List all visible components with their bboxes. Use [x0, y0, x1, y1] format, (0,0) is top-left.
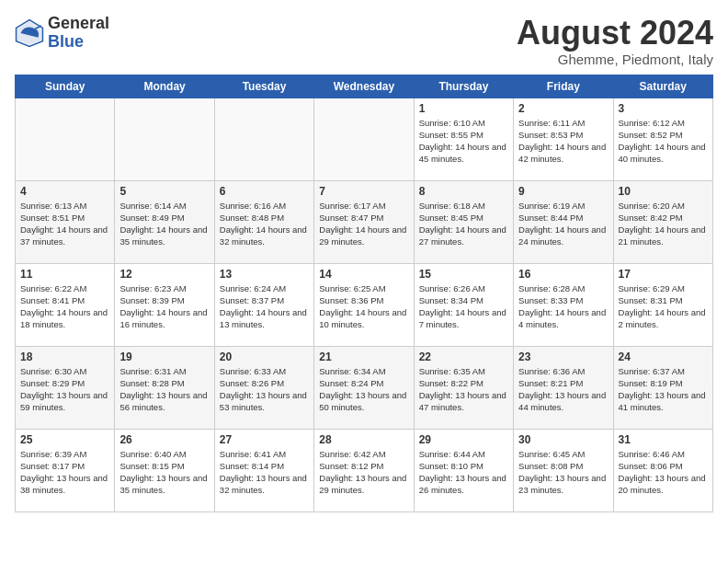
calendar-day-cell: 26Sunrise: 6:40 AM Sunset: 8:15 PM Dayli… — [115, 429, 214, 511]
calendar-day-cell: 11Sunrise: 6:22 AM Sunset: 8:41 PM Dayli… — [16, 263, 115, 346]
day-number: 16 — [518, 268, 608, 281]
day-info: Sunrise: 6:12 AM Sunset: 8:52 PM Dayligh… — [619, 117, 708, 166]
calendar-day-cell: 9Sunrise: 6:19 AM Sunset: 8:44 PM Daylig… — [514, 180, 613, 263]
day-info: Sunrise: 6:19 AM Sunset: 8:44 PM Dayligh… — [518, 200, 608, 248]
day-number: 19 — [119, 350, 209, 363]
day-info: Sunrise: 6:37 AM Sunset: 8:19 PM Dayligh… — [619, 365, 708, 414]
calendar-week-row: 11Sunrise: 6:22 AM Sunset: 8:41 PM Dayli… — [16, 263, 713, 346]
calendar-day-cell: 19Sunrise: 6:31 AM Sunset: 8:28 PM Dayli… — [115, 346, 214, 429]
day-number: 13 — [220, 268, 309, 281]
day-info: Sunrise: 6:25 AM Sunset: 8:36 PM Dayligh… — [319, 282, 408, 331]
calendar-day-cell: 27Sunrise: 6:41 AM Sunset: 8:14 PM Dayli… — [214, 429, 313, 511]
day-number: 25 — [20, 433, 109, 446]
calendar-day-cell: 29Sunrise: 6:44 AM Sunset: 8:10 PM Dayli… — [414, 429, 513, 511]
calendar-day-cell: 24Sunrise: 6:37 AM Sunset: 8:19 PM Dayli… — [613, 346, 712, 429]
day-info: Sunrise: 6:31 AM Sunset: 8:28 PM Dayligh… — [119, 365, 209, 414]
day-number: 9 — [518, 185, 608, 198]
day-info: Sunrise: 6:14 AM Sunset: 8:49 PM Dayligh… — [119, 200, 209, 248]
calendar-day-cell: 20Sunrise: 6:33 AM Sunset: 8:26 PM Dayli… — [214, 346, 313, 429]
calendar-day-cell — [16, 98, 115, 180]
day-number: 26 — [119, 433, 209, 446]
location-subtitle: Ghemme, Piedmont, Italy — [517, 52, 713, 67]
calendar-day-cell: 12Sunrise: 6:23 AM Sunset: 8:39 PM Dayli… — [115, 263, 214, 346]
calendar-table: SundayMondayTuesdayWednesdayThursdayFrid… — [15, 75, 713, 512]
day-number: 5 — [119, 185, 209, 198]
calendar-day-cell: 18Sunrise: 6:30 AM Sunset: 8:29 PM Dayli… — [16, 346, 115, 429]
day-info: Sunrise: 6:20 AM Sunset: 8:42 PM Dayligh… — [619, 200, 708, 248]
calendar-day-cell — [115, 98, 214, 180]
day-info: Sunrise: 6:46 AM Sunset: 8:06 PM Dayligh… — [619, 448, 708, 497]
calendar-day-cell: 4Sunrise: 6:13 AM Sunset: 8:51 PM Daylig… — [16, 180, 115, 263]
day-number: 6 — [220, 185, 309, 198]
logo: General Blue — [15, 15, 109, 52]
day-number: 29 — [419, 433, 508, 446]
calendar-day-cell: 13Sunrise: 6:24 AM Sunset: 8:37 PM Dayli… — [214, 263, 313, 346]
day-info: Sunrise: 6:45 AM Sunset: 8:08 PM Dayligh… — [518, 448, 608, 497]
calendar-day-cell: 30Sunrise: 6:45 AM Sunset: 8:08 PM Dayli… — [514, 429, 613, 511]
calendar-day-cell: 28Sunrise: 6:42 AM Sunset: 8:12 PM Dayli… — [314, 429, 414, 511]
calendar-day-cell: 14Sunrise: 6:25 AM Sunset: 8:36 PM Dayli… — [314, 263, 414, 346]
calendar-day-cell — [214, 98, 313, 180]
day-of-week-header: Monday — [115, 75, 214, 98]
calendar-week-row: 25Sunrise: 6:39 AM Sunset: 8:17 PM Dayli… — [16, 429, 713, 511]
day-info: Sunrise: 6:16 AM Sunset: 8:48 PM Dayligh… — [220, 200, 309, 248]
day-number: 8 — [419, 185, 508, 198]
calendar-day-cell: 8Sunrise: 6:18 AM Sunset: 8:45 PM Daylig… — [414, 180, 513, 263]
calendar-day-cell: 3Sunrise: 6:12 AM Sunset: 8:52 PM Daylig… — [613, 98, 712, 180]
day-number: 2 — [518, 102, 608, 115]
calendar-day-cell: 6Sunrise: 6:16 AM Sunset: 8:48 PM Daylig… — [214, 180, 313, 263]
day-number: 4 — [20, 185, 109, 198]
day-number: 20 — [220, 350, 309, 363]
calendar-day-cell: 1Sunrise: 6:10 AM Sunset: 8:55 PM Daylig… — [414, 98, 513, 180]
calendar-week-row: 1Sunrise: 6:10 AM Sunset: 8:55 PM Daylig… — [16, 98, 713, 180]
title-block: August 2024 Ghemme, Piedmont, Italy — [517, 15, 713, 67]
day-number: 3 — [619, 102, 708, 115]
day-number: 28 — [319, 433, 408, 446]
day-of-week-header: Sunday — [16, 75, 115, 98]
day-number: 17 — [619, 268, 708, 281]
day-info: Sunrise: 6:17 AM Sunset: 8:47 PM Dayligh… — [319, 200, 408, 248]
day-info: Sunrise: 6:24 AM Sunset: 8:37 PM Dayligh… — [220, 282, 309, 331]
calendar-body: 1Sunrise: 6:10 AM Sunset: 8:55 PM Daylig… — [16, 98, 713, 511]
page-header: General Blue August 2024 Ghemme, Piedmon… — [15, 15, 713, 67]
day-info: Sunrise: 6:29 AM Sunset: 8:31 PM Dayligh… — [619, 282, 708, 331]
calendar-day-cell: 25Sunrise: 6:39 AM Sunset: 8:17 PM Dayli… — [16, 429, 115, 511]
logo-text: General Blue — [48, 15, 109, 52]
calendar-day-cell: 31Sunrise: 6:46 AM Sunset: 8:06 PM Dayli… — [613, 429, 712, 511]
day-of-week-header: Wednesday — [314, 75, 414, 98]
day-number: 7 — [319, 185, 408, 198]
day-info: Sunrise: 6:22 AM Sunset: 8:41 PM Dayligh… — [20, 282, 109, 331]
day-info: Sunrise: 6:23 AM Sunset: 8:39 PM Dayligh… — [119, 282, 209, 331]
calendar-day-cell: 7Sunrise: 6:17 AM Sunset: 8:47 PM Daylig… — [314, 180, 414, 263]
day-info: Sunrise: 6:42 AM Sunset: 8:12 PM Dayligh… — [319, 448, 408, 497]
day-info: Sunrise: 6:41 AM Sunset: 8:14 PM Dayligh… — [220, 448, 309, 497]
calendar-header: SundayMondayTuesdayWednesdayThursdayFrid… — [16, 75, 713, 98]
calendar-day-cell: 5Sunrise: 6:14 AM Sunset: 8:49 PM Daylig… — [115, 180, 214, 263]
day-info: Sunrise: 6:33 AM Sunset: 8:26 PM Dayligh… — [220, 365, 309, 414]
day-info: Sunrise: 6:35 AM Sunset: 8:22 PM Dayligh… — [419, 365, 508, 414]
day-of-week-header: Thursday — [414, 75, 513, 98]
day-info: Sunrise: 6:13 AM Sunset: 8:51 PM Dayligh… — [20, 200, 109, 248]
day-number: 21 — [319, 350, 408, 363]
calendar-day-cell: 16Sunrise: 6:28 AM Sunset: 8:33 PM Dayli… — [514, 263, 613, 346]
days-of-week-row: SundayMondayTuesdayWednesdayThursdayFrid… — [16, 75, 713, 98]
calendar-day-cell: 10Sunrise: 6:20 AM Sunset: 8:42 PM Dayli… — [613, 180, 712, 263]
day-number: 12 — [119, 268, 209, 281]
day-info: Sunrise: 6:40 AM Sunset: 8:15 PM Dayligh… — [119, 448, 209, 497]
calendar-week-row: 4Sunrise: 6:13 AM Sunset: 8:51 PM Daylig… — [16, 180, 713, 263]
day-number: 23 — [518, 350, 608, 363]
day-number: 10 — [619, 185, 708, 198]
day-number: 22 — [419, 350, 508, 363]
calendar-day-cell — [314, 98, 414, 180]
day-number: 11 — [20, 268, 109, 281]
calendar-day-cell: 2Sunrise: 6:11 AM Sunset: 8:53 PM Daylig… — [514, 98, 613, 180]
day-info: Sunrise: 6:36 AM Sunset: 8:21 PM Dayligh… — [518, 365, 608, 414]
day-info: Sunrise: 6:18 AM Sunset: 8:45 PM Dayligh… — [419, 200, 508, 248]
day-number: 14 — [319, 268, 408, 281]
day-of-week-header: Tuesday — [214, 75, 313, 98]
calendar-week-row: 18Sunrise: 6:30 AM Sunset: 8:29 PM Dayli… — [16, 346, 713, 429]
day-number: 1 — [419, 102, 508, 115]
day-number: 31 — [619, 433, 708, 446]
logo-icon — [15, 18, 44, 48]
day-number: 18 — [20, 350, 109, 363]
